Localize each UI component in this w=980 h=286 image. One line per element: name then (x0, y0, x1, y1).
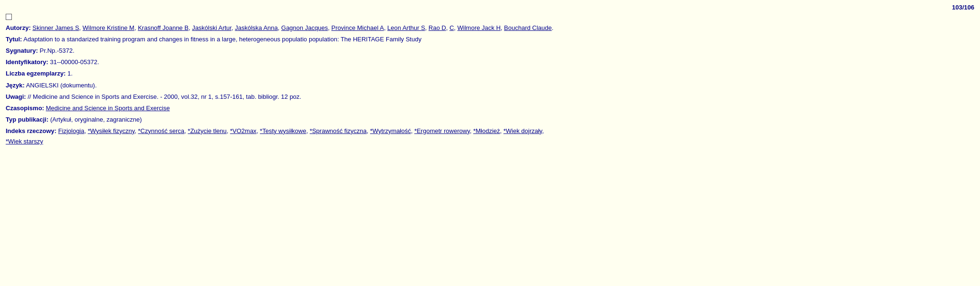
liczba-line: Liczba egzemplarzy: 1. (6, 68, 974, 79)
czasopismo-label: Czasopismo: (6, 105, 44, 112)
autor-jaskolski[interactable]: Jaskólski Artur (192, 24, 231, 31)
indeks-zuzycie[interactable]: *Zużycie tlenu (188, 127, 227, 134)
sygnatury-line: Sygnatury: Pr.Np.-5372. (6, 46, 974, 56)
typ-value: (Artykuł, oryginalne, zagraniczne) (50, 116, 142, 123)
indeks-sprawnosc[interactable]: *Sprawność fizyczna (310, 127, 367, 134)
tytul-value: Adaptation to a standarized training pro… (23, 36, 421, 43)
typ-label: Typ publikacji: (6, 116, 48, 123)
indeks-ergometr[interactable]: *Ergometr rowerowy (414, 127, 470, 134)
indeks-testy[interactable]: *Testy wysiłkowe (260, 127, 306, 134)
sygnatury-value: Pr.Np.-5372. (40, 47, 75, 54)
page-counter: 103/106 (6, 4, 974, 11)
autorzy-line: Autorzy: Skinner James S, Wilmore Kristi… (6, 23, 974, 33)
uwagi-line: Uwagi: // Medicine and Science in Sports… (6, 92, 974, 102)
indeks-czynnosc[interactable]: *Czynność serca (138, 127, 185, 134)
indeks-wiek-starszy[interactable]: *Wiek starszy (6, 138, 43, 145)
liczba-value: 1. (67, 70, 73, 77)
autor-leon[interactable]: Leon Arthur S (387, 24, 425, 31)
autor-skinner[interactable]: Skinner James S (32, 24, 79, 31)
identyfikatory-label: Identyfikatory: (6, 58, 48, 66)
indeks-mlodziez[interactable]: *Młodzież (473, 127, 500, 134)
uwagi-value: // Medicine and Science in Sports and Ex… (28, 93, 301, 100)
autor-gagnon[interactable]: Gagnon Jacques (281, 24, 328, 31)
indeks-fizjologia[interactable]: Fizjologia (58, 127, 85, 134)
record-block: Autorzy: Skinner James S, Wilmore Kristi… (6, 23, 974, 147)
autor-c[interactable]: C (449, 24, 454, 31)
record-checkbox[interactable] (6, 14, 12, 20)
autor-krasnoff[interactable]: Krasnoff Joanne B (138, 24, 189, 31)
autorzy-label: Autorzy: (6, 24, 31, 31)
tytul-line: Tytul: Adaptation to a standarized train… (6, 34, 974, 45)
jezyk-value: ANGIELSKI (dokumentu). (26, 82, 97, 89)
indeks-wiek-dojrzaly[interactable]: *Wiek dojrzały (504, 127, 542, 134)
typ-line: Typ publikacji: (Artykuł, oryginalne, za… (6, 114, 974, 125)
czasopismo-line: Czasopismo: Medicine and Science in Spor… (6, 103, 974, 114)
identyfikatory-line: Identyfikatory: 31--00000-05372. (6, 57, 974, 67)
jezyk-label: Język: (6, 82, 25, 89)
czasopismo-link[interactable]: Medicine and Science in Sports and Exerc… (46, 105, 170, 112)
indeks-wytrzymalosc[interactable]: *Wytrzymałość (370, 127, 411, 134)
tytul-label: Tytul: (6, 36, 22, 43)
autor-rao[interactable]: Rao D (428, 24, 446, 31)
autor-wilmore-k[interactable]: Wilmore Kristine M (83, 24, 134, 31)
indeks-wysilek[interactable]: *Wysiłek fizyczny (88, 127, 135, 134)
jezyk-line: Język: ANGIELSKI (dokumentu). (6, 80, 974, 91)
autor-bouchard[interactable]: Bouchard Claude (504, 24, 552, 31)
czasopismo-value: Medicine and Science in Sports and Exerc… (46, 105, 170, 112)
autor-province[interactable]: Province Michael A (332, 24, 384, 31)
autorzy-value: Skinner James S, Wilmore Kristine M, Kra… (32, 24, 553, 31)
sygnatury-label: Sygnatury: (6, 47, 38, 54)
identyfikatory-value: 31--00000-05372. (50, 58, 99, 66)
indeks-value: Fizjologia, *Wysiłek fizyczny, *Czynność… (6, 127, 544, 145)
indeks-label: Indeks rzeczowy: (6, 127, 57, 134)
indeks-vo2max[interactable]: *VO2max (230, 127, 257, 134)
indeks-line: Indeks rzeczowy: Fizjologia, *Wysiłek fi… (6, 126, 974, 147)
autor-wilmore-j[interactable]: Wilmore Jack H (457, 24, 501, 31)
liczba-label: Liczba egzemplarzy: (6, 70, 66, 77)
autor-jaskolska[interactable]: Jaskólska Anna (235, 24, 277, 31)
uwagi-label: Uwagi: (6, 93, 26, 100)
